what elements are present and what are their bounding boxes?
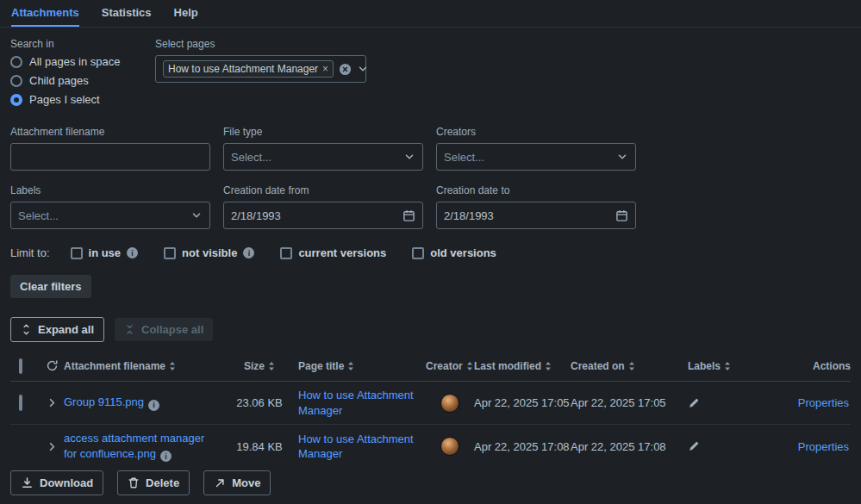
chevron-down-icon xyxy=(403,151,415,163)
checkbox-old-versions[interactable]: old versions xyxy=(412,246,496,259)
collapse-all-button[interactable]: Collapse all xyxy=(115,318,213,341)
sort-header-filename[interactable]: Attachment filename xyxy=(64,360,221,372)
page-link[interactable]: How to use Attachment Manager xyxy=(298,389,414,417)
sort-header-size[interactable]: Size xyxy=(221,360,298,372)
properties-link[interactable]: Properties xyxy=(798,396,849,409)
sort-icon xyxy=(724,361,731,371)
info-icon[interactable]: i xyxy=(243,247,254,258)
search-in-label: Search in xyxy=(10,38,155,50)
move-arrow-icon xyxy=(214,477,226,489)
attachment-filename-cell: access attachment manager for confluence… xyxy=(64,431,221,462)
attachment-link[interactable]: access attachment manager for confluence… xyxy=(64,432,204,460)
radio-child-pages[interactable]: Child pages xyxy=(10,74,155,87)
creation-date-to-label: Creation date to xyxy=(436,184,636,196)
sort-icon xyxy=(628,361,635,371)
edit-labels-icon[interactable] xyxy=(679,440,736,452)
move-button[interactable]: Move xyxy=(203,470,271,495)
select-all-checkbox[interactable] xyxy=(19,358,22,374)
tab-statistics[interactable]: Statistics xyxy=(102,0,152,27)
creator-avatar[interactable] xyxy=(440,437,459,456)
checkbox-in-use[interactable]: in use i xyxy=(71,246,139,259)
sort-icon xyxy=(545,361,552,371)
expand-row-icon[interactable] xyxy=(40,440,64,453)
clear-filters-button[interactable]: Clear filters xyxy=(10,275,91,298)
info-icon[interactable]: i xyxy=(148,400,159,411)
tab-help[interactable]: Help xyxy=(174,0,198,27)
creator-avatar[interactable] xyxy=(440,394,459,413)
row-checkbox[interactable] xyxy=(19,395,22,411)
created-on-cell: Apr 22, 2025 17:05 xyxy=(571,396,679,409)
expand-all-button[interactable]: Expand all xyxy=(10,317,104,342)
expand-all-icon xyxy=(21,323,32,336)
trash-icon xyxy=(128,476,140,489)
sort-icon xyxy=(268,361,275,371)
radio-pages-i-select[interactable]: Pages I select xyxy=(10,93,155,106)
file-type-label: File type xyxy=(223,126,423,138)
expand-row-icon[interactable] xyxy=(40,396,64,409)
checkbox[interactable] xyxy=(164,247,176,259)
attachment-manager-app: { "nav": { "tabs": [ { "label": "Attachm… xyxy=(0,0,861,504)
creators-select[interactable]: Select... xyxy=(436,143,636,171)
radio-all-pages[interactable]: All pages in space xyxy=(10,55,155,68)
creation-date-from-label: Creation date from xyxy=(223,184,423,196)
download-button[interactable]: Download xyxy=(10,470,103,495)
info-icon[interactable]: i xyxy=(160,451,172,462)
last-modified-cell: Apr 22, 2025 17:05 xyxy=(474,396,571,409)
tab-attachments[interactable]: Attachments xyxy=(11,0,79,27)
radio-label: Pages I select xyxy=(29,93,100,106)
labels-filter-label: Labels xyxy=(10,184,210,196)
sort-header-labels[interactable]: Labels xyxy=(679,360,736,372)
radio-button[interactable] xyxy=(10,56,22,68)
sort-header-created-on[interactable]: Created on xyxy=(571,360,679,372)
size-cell: 19.84 KB xyxy=(221,440,298,453)
calendar-icon[interactable] xyxy=(615,209,628,222)
radio-button[interactable] xyxy=(10,94,22,106)
page-title-cell: How to use Attachment Manager xyxy=(298,388,426,418)
radio-button[interactable] xyxy=(10,75,22,87)
table-header-row: Attachment filename Size Page title Crea… xyxy=(10,354,851,382)
checkbox[interactable] xyxy=(280,247,292,259)
attachment-link[interactable]: Group 9115.png xyxy=(64,395,144,408)
attachment-filename-cell: Group 9115.pngi xyxy=(64,395,221,411)
file-type-select[interactable]: Select... xyxy=(223,143,423,171)
sort-header-page-title[interactable]: Page title xyxy=(298,360,426,372)
attachment-filename-label: Attachment filename xyxy=(10,126,210,138)
chevron-down-icon xyxy=(190,209,203,221)
creation-date-to-input[interactable]: 2/18/1993 xyxy=(436,202,636,229)
sort-header-creator[interactable]: Creator xyxy=(426,360,474,372)
last-modified-cell: Apr 22, 2025 17:08 xyxy=(474,440,571,453)
sort-icon xyxy=(169,361,176,371)
select-pages-label: Select pages xyxy=(155,38,366,50)
page-link[interactable]: How to use Attachment Manager xyxy=(298,432,414,461)
sort-icon xyxy=(347,361,354,371)
delete-button[interactable]: Delete xyxy=(117,470,190,495)
labels-select[interactable]: Select... xyxy=(10,202,210,229)
radio-label: All pages in space xyxy=(29,55,121,68)
info-icon[interactable]: i xyxy=(127,247,138,258)
refresh-icon[interactable] xyxy=(40,359,64,372)
remove-tag-icon[interactable]: × xyxy=(322,63,328,75)
header-actions: Actions xyxy=(736,360,851,372)
checkbox-current-versions[interactable]: current versions xyxy=(280,246,386,259)
creators-label: Creators xyxy=(436,126,636,138)
chevron-down-icon xyxy=(616,151,628,163)
top-tab-bar: Attachments Statistics Help xyxy=(0,0,861,28)
sort-header-last-modified[interactable]: Last modified xyxy=(474,360,571,372)
checkbox-not-visible[interactable]: not visible i xyxy=(164,246,254,259)
checkbox[interactable] xyxy=(412,247,424,259)
creation-date-from-input[interactable]: 2/18/1993 xyxy=(223,202,423,229)
edit-labels-icon[interactable] xyxy=(679,397,736,409)
created-on-cell: Apr 22, 2025 17:08 xyxy=(571,440,679,453)
selected-page-tag: How to use Attachment Manager × xyxy=(163,60,334,78)
sort-icon xyxy=(466,361,473,371)
properties-link[interactable]: Properties xyxy=(798,440,849,453)
download-icon xyxy=(21,476,34,489)
select-pages-multiselect[interactable]: How to use Attachment Manager × xyxy=(155,55,366,83)
clear-select-icon[interactable] xyxy=(339,63,352,76)
collapse-all-icon xyxy=(124,323,135,336)
chevron-down-icon xyxy=(357,63,369,75)
page-title-cell: How to use Attachment Manager xyxy=(298,432,426,462)
attachment-filename-input[interactable] xyxy=(10,143,210,171)
checkbox[interactable] xyxy=(71,247,83,259)
calendar-icon[interactable] xyxy=(402,209,415,222)
